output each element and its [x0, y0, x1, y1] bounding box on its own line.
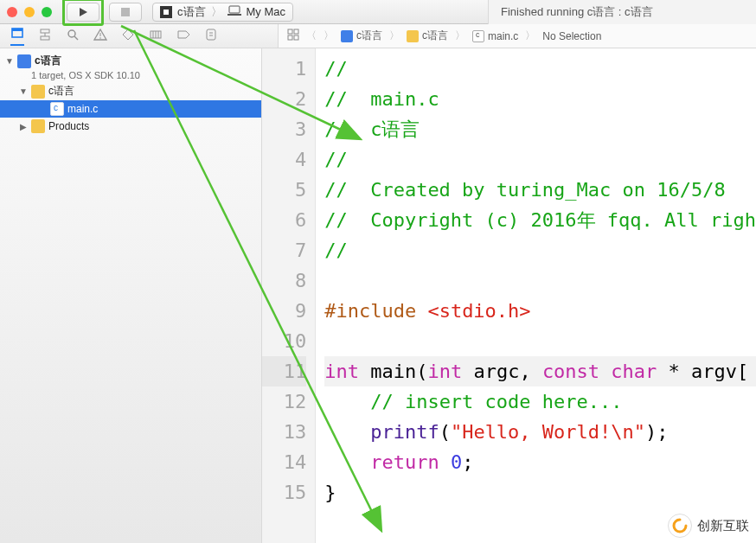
titlebar: c语言 〉 My Mac Finished running c语言 : c语言 — [0, 0, 756, 24]
folder-node[interactable]: ▼ c语言 — [0, 82, 261, 100]
window-controls — [7, 7, 52, 17]
minimize-window-button[interactable] — [24, 7, 35, 17]
find-navigator-tab[interactable] — [66, 28, 80, 44]
watermark-text: 创新互联 — [697, 518, 749, 534]
code-line[interactable] — [324, 265, 756, 296]
line-number: 7 — [262, 235, 306, 265]
scheme-selector[interactable]: c语言 〉 My Mac — [152, 3, 293, 22]
products-name: Products — [48, 120, 89, 132]
line-number: 3 — [262, 114, 306, 144]
svg-rect-5 — [227, 14, 241, 16]
code-line[interactable] — [324, 326, 756, 356]
svg-rect-8 — [41, 29, 49, 33]
c-file-icon — [50, 102, 64, 116]
code-line[interactable]: printf("Hello, World!\n"); — [324, 417, 756, 447]
jump-segment-selection[interactable]: No Selection — [542, 30, 601, 42]
line-number: 5 — [262, 175, 306, 205]
chevron-icon: 〉 — [455, 29, 465, 43]
svg-rect-7 — [12, 29, 22, 31]
folder-name: c语言 — [48, 84, 74, 99]
svg-rect-27 — [288, 35, 292, 40]
svg-rect-28 — [294, 35, 298, 40]
project-icon — [17, 54, 31, 68]
line-number: 1 — [262, 54, 306, 84]
svg-rect-3 — [163, 10, 169, 15]
line-number: 14 — [262, 447, 306, 477]
line-number: 12 — [262, 386, 306, 417]
zoom-window-button[interactable] — [42, 7, 52, 17]
scheme-target: c语言 — [177, 4, 206, 20]
jump-bar[interactable]: 〈 〉 c语言 〉 c语言 〉 main.c 〉 No Selection — [279, 24, 756, 48]
svg-line-12 — [74, 36, 78, 40]
line-number: 15 — [262, 477, 306, 508]
forward-button[interactable]: 〉 — [324, 29, 334, 43]
report-navigator-tab[interactable] — [204, 28, 218, 44]
stop-button[interactable] — [109, 3, 142, 22]
svg-point-11 — [68, 30, 75, 37]
line-number: 2 — [262, 84, 306, 114]
project-navigator-tab[interactable] — [10, 26, 24, 46]
source-editor[interactable]: 123456789101112131415 //// main.c// c语言/… — [262, 48, 756, 543]
file-node-selected[interactable]: main.c — [0, 100, 261, 118]
c-file-icon — [472, 30, 484, 42]
svg-marker-0 — [80, 8, 87, 16]
svg-rect-25 — [288, 29, 292, 34]
svg-rect-1 — [121, 8, 130, 16]
line-number: 4 — [262, 144, 306, 175]
code-line[interactable]: // Created by turing_Mac on 16/5/8 — [324, 175, 756, 205]
close-window-button[interactable] — [7, 7, 17, 17]
debug-navigator-tab[interactable] — [149, 28, 163, 44]
issue-navigator-tab[interactable] — [93, 28, 107, 44]
folder-icon — [31, 119, 45, 133]
scheme-device: My Mac — [247, 5, 286, 18]
svg-rect-26 — [294, 29, 298, 34]
code-line[interactable]: #include <stdio.h> — [324, 296, 756, 326]
disclosure-triangle-icon[interactable]: ▶ — [19, 122, 28, 131]
code-line[interactable]: // — [324, 235, 756, 265]
line-number: 10 — [262, 326, 306, 356]
project-icon — [341, 30, 353, 42]
products-node[interactable]: ▶ Products — [0, 118, 261, 135]
svg-marker-21 — [178, 31, 189, 38]
jump-segment-folder[interactable]: c语言 — [407, 29, 448, 43]
project-node[interactable]: ▼ c语言 — [0, 52, 261, 70]
code-line[interactable]: // c语言 — [324, 114, 756, 144]
back-button[interactable]: 〈 — [306, 29, 317, 43]
line-number: 11 — [262, 356, 306, 386]
test-navigator-tab[interactable] — [121, 28, 135, 44]
file-name: main.c — [67, 103, 98, 115]
scheme-icon — [160, 6, 172, 18]
line-number: 9 — [262, 296, 306, 326]
disclosure-triangle-icon[interactable]: ▼ — [19, 86, 28, 96]
svg-rect-22 — [207, 29, 215, 40]
code-area[interactable]: //// main.c// c语言//// Created by turing_… — [316, 48, 756, 543]
line-number-gutter: 123456789101112131415 — [262, 48, 316, 543]
disclosure-triangle-icon[interactable]: ▼ — [5, 56, 14, 66]
code-line[interactable]: return 0; — [324, 447, 756, 477]
symbol-navigator-tab[interactable] — [38, 28, 52, 44]
navigator-tabs — [0, 24, 279, 48]
svg-rect-9 — [41, 36, 49, 40]
project-name: c语言 — [35, 54, 61, 68]
svg-point-15 — [99, 37, 101, 39]
code-line[interactable]: // — [324, 144, 756, 175]
line-number: 8 — [262, 265, 306, 296]
code-line[interactable]: int main(int argc, const char * argv[ — [324, 356, 756, 386]
jump-segment-project[interactable]: c语言 — [341, 29, 382, 43]
code-line[interactable]: } — [324, 477, 756, 508]
status-bar: Finished running c语言 : c语言 — [488, 0, 756, 24]
code-line[interactable]: // insert code here... — [324, 386, 756, 417]
status-text: Finished running c语言 : c语言 — [501, 4, 653, 20]
code-line[interactable]: // main.c — [324, 84, 756, 114]
run-button[interactable] — [67, 3, 99, 22]
breakpoint-navigator-tab[interactable] — [176, 28, 190, 44]
code-line[interactable]: // — [324, 54, 756, 84]
folder-icon — [407, 30, 419, 42]
project-subtitle: 1 target, OS X SDK 10.10 — [31, 70, 140, 80]
line-number: 13 — [262, 417, 306, 447]
chevron-icon: 〉 — [389, 29, 400, 43]
jump-segment-file[interactable]: main.c — [472, 30, 518, 42]
related-items-icon[interactable] — [287, 29, 299, 43]
code-line[interactable]: // Copyright (c) 2016年 fqq. All righ — [324, 205, 756, 235]
watermark-icon — [668, 514, 692, 538]
